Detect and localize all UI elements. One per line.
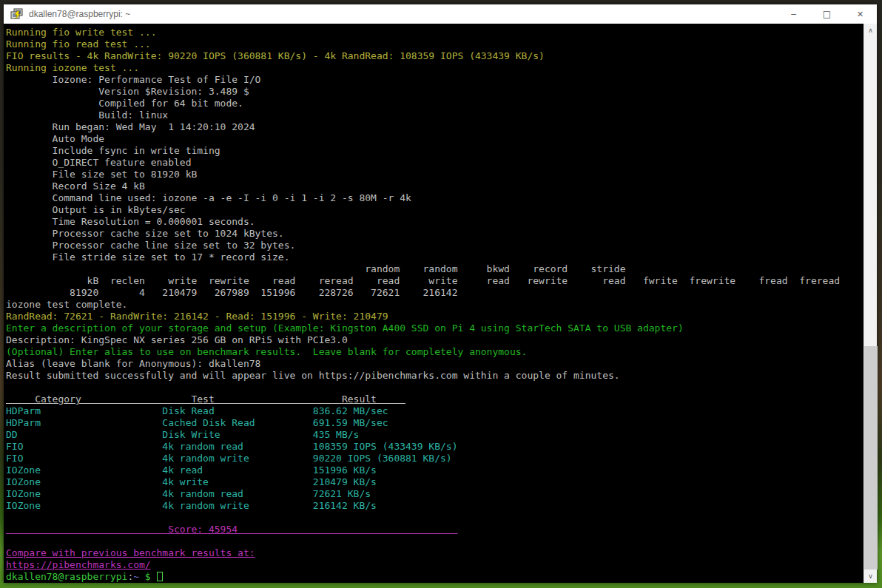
terminal-line (6, 535, 864, 547)
terminal-line: Iozone: Performance Test of File I/O (6, 74, 864, 86)
window-title: dkallen78@raspberrypi: ~ (29, 9, 777, 19)
results-table-row: FIO 4k random read 108359 IOPS (433439 K… (6, 441, 864, 453)
score-line: Score: 45954 (6, 524, 864, 535)
terminal-line (6, 512, 864, 524)
terminal-text: HDParm Cached Disk Read 691.59 MB/sec (6, 417, 388, 428)
terminal-text: IOZone 4k random write 216142 KB/s (6, 500, 377, 511)
terminal-text: FIO results - 4k RandWrite: 90220 IOPS (… (6, 50, 545, 61)
results-table-row: HDParm Cached Disk Read 691.59 MB/sec (6, 417, 864, 429)
pibenchmarks-link[interactable]: https://pibenchmarks.com/ (6, 559, 151, 570)
terminal-text: Processor cache size set to 1024 kBytes. (6, 228, 284, 239)
results-table-row: IOZone 4k write 210479 KB/s (6, 476, 864, 488)
terminal-text: Iozone: Performance Test of File I/O (6, 74, 260, 85)
terminal-text: IOZone 4k write 210479 KB/s (6, 476, 377, 487)
putty-window: dkallen78@raspberrypi: ~ ─ □ ✕ Running f… (4, 4, 877, 583)
maximize-button[interactable]: □ (810, 4, 844, 24)
terminal-text: Category Test Result (6, 393, 405, 405)
alias-prompt: (Optional) Enter alias to use on benchma… (6, 346, 864, 358)
results-table-header: Category Test Result (6, 393, 864, 405)
terminal-text: Include fsync in write timing (6, 145, 220, 156)
results-table-row: FIO 4k random write 90220 IOPS (360881 K… (6, 453, 864, 464)
pibenchmarks-link-line: https://pibenchmarks.com/ (6, 559, 864, 571)
terminal-text: Processor cache line size set to 32 byte… (6, 240, 295, 251)
terminal-text: Running iozone test ... (6, 62, 139, 73)
results-table-row: DD Disk Write 435 MB/s (6, 429, 864, 441)
scrollbar-track[interactable] (864, 37, 877, 570)
terminal-line: File stride size set to 17 * record size… (6, 251, 864, 263)
results-table-row: IOZone 4k random write 216142 KB/s (6, 500, 864, 512)
terminal-text: Compiled for 64 bit mode. (6, 98, 243, 109)
fio-read-status: Running fio read test ... (6, 38, 864, 50)
window-controls: ─ □ ✕ (777, 4, 877, 24)
submit-status: Result submitted successfully and will a… (6, 370, 864, 382)
window-titlebar[interactable]: dkallen78@raspberrypi: ~ ─ □ ✕ (4, 4, 877, 24)
terminal-text: (Optional) Enter alias to use on benchma… (6, 346, 527, 357)
terminal-line: File size set to 81920 kB (6, 169, 864, 180)
iozone-status: Running iozone test ... (6, 62, 864, 74)
minimize-button[interactable]: ─ (777, 4, 810, 24)
terminal-text: Build: linux (6, 109, 168, 121)
terminal-text: Version $Revision: 3.489 $ (6, 86, 249, 97)
terminal-line (6, 382, 864, 393)
terminal-text: random random bkwd record stride (6, 263, 625, 274)
terminal-line: Time Resolution = 0.000001 seconds. (6, 216, 864, 228)
terminal-line: Record Size 4 kB (6, 180, 864, 192)
iozone-results-line: RandRead: 72621 - RandWrite: 216142 - Re… (6, 311, 864, 322)
terminal-text: Auto Mode (6, 133, 104, 144)
terminal-text: HDParm Disk Read 836.62 MB/sec (6, 405, 388, 416)
prompt-path: ~ (133, 571, 139, 582)
close-button[interactable]: ✕ (844, 4, 877, 24)
terminal-text: FIO 4k random read 108359 IOPS (433439 K… (6, 441, 457, 452)
terminal-text: Enter a description of your storage and … (6, 322, 684, 334)
description-prompt: Enter a description of your storage and … (6, 322, 864, 334)
terminal-text: Running fio read test ... (6, 38, 151, 50)
terminal-text: Command line used: iozone -a -e -I -i 0 … (6, 192, 411, 203)
terminal-line: Output is in kBytes/sec (6, 204, 864, 216)
alias-entered: Alias (leave blank for Anonymous): dkall… (6, 358, 864, 370)
terminal-text: Alias (leave blank for Anonymous): dkall… (6, 358, 260, 369)
terminal-text: DD Disk Write 435 MB/s (6, 429, 359, 440)
terminal-line: O_DIRECT feature enabled (6, 157, 864, 169)
results-table-row: IOZone 4k read 151996 KB/s (6, 464, 864, 476)
terminal-text: Time Resolution = 0.000001 seconds. (6, 216, 255, 227)
terminal-text: 81920 4 210479 267989 151996 228726 7262… (6, 287, 457, 298)
scrollbar[interactable]: ∧ ∨ (864, 24, 877, 583)
terminal-line: iozone test complete. (6, 299, 864, 311)
terminal-line: Run began: Wed May 1 14:20:10 2024 (6, 121, 864, 133)
terminal-text: Compare with previous benchmark results … (6, 547, 255, 558)
terminal-line: Command line used: iozone -a -e -I -i 0 … (6, 192, 864, 204)
terminal-text: O_DIRECT feature enabled (6, 157, 191, 168)
scroll-down-icon[interactable]: ∨ (864, 570, 877, 583)
terminal-text: Result submitted successfully and will a… (6, 370, 620, 381)
terminal-text: IOZone 4k random read 72621 KB/s (6, 488, 371, 499)
putty-app-icon (10, 8, 23, 20)
terminal-text: File size set to 81920 kB (6, 169, 197, 180)
description-entered: Description: KingSpec NX series 256 GB o… (6, 334, 864, 346)
terminal-text: kB reclen write rewrite read reread read… (6, 275, 840, 286)
terminal-text: IOZone 4k read 151996 KB/s (6, 464, 377, 476)
iozone-table-header-1: random random bkwd record stride (6, 263, 864, 275)
terminal-line: Auto Mode (6, 133, 864, 145)
terminal-text: Run began: Wed May 1 14:20:10 2024 (6, 121, 255, 132)
terminal-text: File stride size set to 17 * record size… (6, 251, 290, 263)
fio-results-line: FIO results - 4k RandWrite: 90220 IOPS (… (6, 50, 864, 62)
terminal-cursor (157, 572, 163, 581)
terminal-text: Running fio write test ... (6, 27, 157, 38)
terminal-text: Description: KingSpec NX series 256 GB o… (6, 334, 348, 345)
prompt-user-host: dkallen78@raspberrypi (6, 571, 127, 582)
scrollbar-thumb[interactable] (864, 346, 878, 570)
terminal-output[interactable]: Running fio write test ...Running fio re… (4, 24, 864, 583)
scroll-up-icon[interactable]: ∧ (864, 24, 877, 37)
terminal-text: Record Size 4 kB (6, 180, 145, 192)
fio-write-status: Running fio write test ... (6, 27, 864, 38)
terminal-area: Running fio write test ...Running fio re… (4, 24, 877, 583)
results-table-row: IOZone 4k random read 72621 KB/s (6, 488, 864, 500)
results-table-row: HDParm Disk Read 836.62 MB/sec (6, 405, 864, 417)
terminal-text: RandRead: 72621 - RandWrite: 216142 - Re… (6, 311, 388, 322)
terminal-line: Include fsync in write timing (6, 145, 864, 157)
terminal-text (139, 571, 145, 582)
terminal-line: Version $Revision: 3.489 $ (6, 86, 864, 98)
terminal-text: FIO 4k random write 90220 IOPS (360881 K… (6, 453, 452, 464)
prompt-symbol: $ (145, 571, 151, 582)
prompt-line: dkallen78@raspberrypi:~ $ (6, 571, 864, 583)
